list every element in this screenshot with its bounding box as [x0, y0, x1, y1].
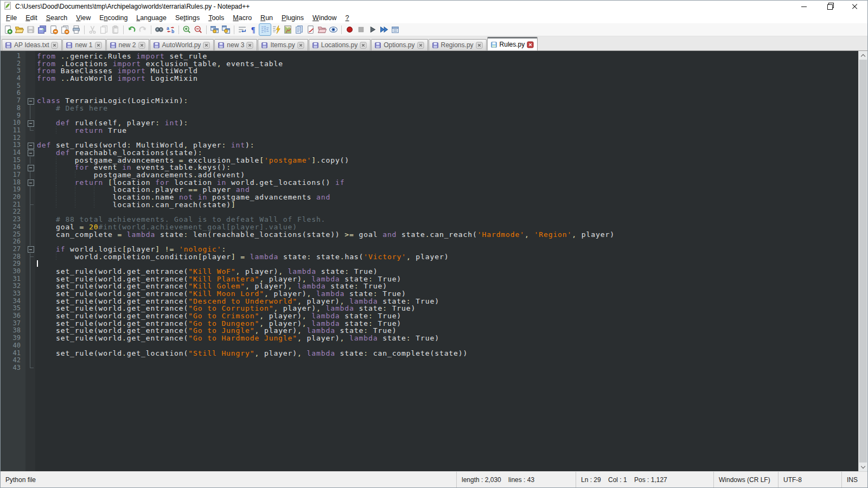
- tab-rules-py[interactable]: Rules.py: [487, 37, 538, 50]
- menu-item-tools[interactable]: Tools: [204, 13, 228, 23]
- code-line[interactable]: 10 def rule(self, player: int):: [1, 119, 858, 127]
- toolbar-button-find[interactable]: [154, 24, 165, 35]
- toolbar-button-save-all[interactable]: [36, 24, 48, 35]
- code-line[interactable]: 24 goal = 20#int(world.achievement_goal[…: [1, 223, 858, 231]
- code-line[interactable]: 18 return [location for location in worl…: [1, 179, 858, 187]
- code-line[interactable]: 27 if world.logic[player] != 'nologic':: [1, 246, 858, 253]
- toolbar-button-function-list[interactable]: [271, 24, 282, 35]
- menu-item-file[interactable]: File: [2, 13, 21, 23]
- fold-collapse-marker[interactable]: [25, 149, 35, 157]
- code-line[interactable]: 16 for event in events_table.keys():: [1, 164, 858, 171]
- minimize-button[interactable]: [791, 1, 816, 12]
- tab-close-icon[interactable]: [476, 42, 483, 49]
- fold-collapse-marker[interactable]: [25, 179, 35, 187]
- code-line[interactable]: 4from ..AutoWorld import LogicMixin: [1, 75, 858, 82]
- toolbar-button-save-file[interactable]: [25, 24, 36, 35]
- restore-button[interactable]: [816, 1, 842, 12]
- code-line[interactable]: 25 can_complete = lambda state: len(reac…: [1, 231, 858, 239]
- scrollbar-thumb[interactable]: [859, 60, 867, 463]
- code-line[interactable]: 7class TerrariaLogic(LogicMixin):: [1, 97, 858, 105]
- vertical-scrollbar[interactable]: [858, 51, 867, 471]
- menu-item-edit[interactable]: Edit: [21, 13, 42, 23]
- tab-close-icon[interactable]: [297, 42, 304, 49]
- toolbar-button-function-completion[interactable]: [305, 24, 316, 35]
- toolbar-button-zoom-out[interactable]: [193, 24, 204, 35]
- toolbar-button-macro-run-multiple[interactable]: [378, 24, 390, 35]
- fold-collapse-marker[interactable]: [25, 164, 35, 171]
- scroll-down-arrow[interactable]: [859, 463, 867, 471]
- fold-collapse-marker[interactable]: [25, 246, 35, 253]
- toolbar-button-zoom-in[interactable]: [181, 24, 193, 35]
- tab-close-icon[interactable]: [360, 42, 367, 49]
- code-line[interactable]: 15 postgame_advancements = exclusion_tab…: [1, 157, 858, 164]
- toolbar-button-copy[interactable]: [98, 24, 110, 35]
- tab-regions-py[interactable]: Regions.py: [429, 39, 487, 50]
- toolbar-button-new-file[interactable]: [2, 24, 14, 35]
- code-line[interactable]: 12: [1, 134, 858, 142]
- code-line[interactable]: 3from BaseClasses import MultiWorld: [1, 67, 858, 75]
- code-line[interactable]: 28 world.completion_condition[player] = …: [1, 253, 858, 261]
- code-line[interactable]: 5: [1, 82, 858, 90]
- code-line[interactable]: 33 set_rule(world.get_entrance("Kill Moo…: [1, 290, 858, 298]
- code-line[interactable]: 2from .Locations import exclusion_table,…: [1, 60, 858, 68]
- code-area[interactable]: 1from ..generic.Rules import set_rule2fr…: [1, 51, 858, 471]
- code-line[interactable]: 19 location.player == player and: [1, 186, 858, 194]
- tab-autoworld-py[interactable]: AutoWorld.py: [150, 39, 214, 50]
- toolbar-button-word-wrap[interactable]: [237, 24, 248, 35]
- toolbar-button-indent-guide[interactable]: [259, 24, 271, 35]
- code-line[interactable]: 29: [1, 260, 858, 268]
- code-line[interactable]: 23 # 88 total achievements. Goal is to d…: [1, 216, 858, 223]
- code-line[interactable]: 41 set_rule(world.get_location("Still Hu…: [1, 350, 858, 357]
- tab-close-icon[interactable]: [138, 42, 145, 49]
- toolbar-button-sync-horizontal[interactable]: [220, 24, 232, 35]
- tab-close-icon[interactable]: [246, 42, 253, 49]
- menu-item-view[interactable]: View: [72, 13, 95, 23]
- code-line[interactable]: 6: [1, 89, 858, 97]
- toolbar-button-document-map[interactable]: [282, 24, 293, 35]
- code-line[interactable]: 42: [1, 357, 858, 364]
- tab-close-icon[interactable]: [95, 42, 102, 49]
- toolbar-button-replace[interactable]: ab: [165, 24, 176, 35]
- toolbar-button-macro-stop[interactable]: [355, 24, 367, 35]
- toolbar-button-close-file[interactable]: [48, 24, 59, 35]
- toolbar-button-cut[interactable]: [87, 24, 98, 35]
- tab-new-2[interactable]: new 2: [106, 39, 149, 50]
- toolbar-button-show-all-characters[interactable]: ¶: [248, 24, 259, 35]
- close-button[interactable]: [842, 1, 867, 12]
- toolbar-button-sync-vertical[interactable]: [209, 24, 220, 35]
- menu-item-encoding[interactable]: Encoding: [95, 13, 132, 23]
- code-line[interactable]: 17 postgame_advancements.add(event): [1, 171, 858, 179]
- fold-collapse-marker[interactable]: [25, 119, 35, 127]
- code-line[interactable]: 36 set_rule(world.get_entrance("Go to Cr…: [1, 312, 858, 320]
- code-line[interactable]: 14 def reachable_locations(state):: [1, 149, 858, 157]
- code-line[interactable]: 43: [1, 364, 858, 372]
- tab-options-py[interactable]: Options.py: [371, 39, 427, 50]
- toolbar-button-print[interactable]: [71, 24, 82, 35]
- tab-close-icon[interactable]: [203, 42, 210, 49]
- toolbar-button-close-all[interactable]: [59, 24, 71, 35]
- code-line[interactable]: 38 set_rule(world.get_entrance("Go to Ju…: [1, 327, 858, 335]
- toolbar-button-folder-as-workspace[interactable]: [316, 24, 328, 35]
- code-line[interactable]: 32 set_rule(world.get_entrance("Kill Gol…: [1, 282, 858, 290]
- tab-new-3[interactable]: new 3: [214, 39, 257, 50]
- toolbar-button-undo[interactable]: [126, 24, 137, 35]
- code-line[interactable]: 31 set_rule(world.get_entrance("Kill Pla…: [1, 275, 858, 283]
- toolbar-button-macro-record[interactable]: [344, 24, 355, 35]
- tab-close-icon[interactable]: [417, 42, 424, 49]
- code-line[interactable]: 8 # Defs here: [1, 105, 858, 112]
- tab-locations-py[interactable]: Locations.py: [309, 39, 371, 50]
- code-line[interactable]: 30 set_rule(world.get_entrance("Kill WoF…: [1, 268, 858, 275]
- tab-ap-ideas-txt[interactable]: AP Ideas.txt: [2, 39, 62, 50]
- code-line[interactable]: 9: [1, 112, 858, 120]
- code-line[interactable]: 22: [1, 208, 858, 216]
- code-line[interactable]: 39 set_rule(world.get_entrance("Go to Ha…: [1, 335, 858, 342]
- code-line[interactable]: 35 set_rule(world.get_entrance("Go to Co…: [1, 305, 858, 312]
- code-line[interactable]: 26: [1, 238, 858, 246]
- code-line[interactable]: 21 location.can_reach(state)]: [1, 201, 858, 209]
- code-line[interactable]: 34 set_rule(world.get_entrance("Descend …: [1, 298, 858, 305]
- editor[interactable]: 1from ..generic.Rules import set_rule2fr…: [1, 50, 867, 471]
- toolbar-button-paste[interactable]: [110, 24, 121, 35]
- menu-item-plugins[interactable]: Plugins: [277, 13, 308, 23]
- code-line[interactable]: 40: [1, 342, 858, 350]
- scroll-up-arrow[interactable]: [859, 51, 867, 60]
